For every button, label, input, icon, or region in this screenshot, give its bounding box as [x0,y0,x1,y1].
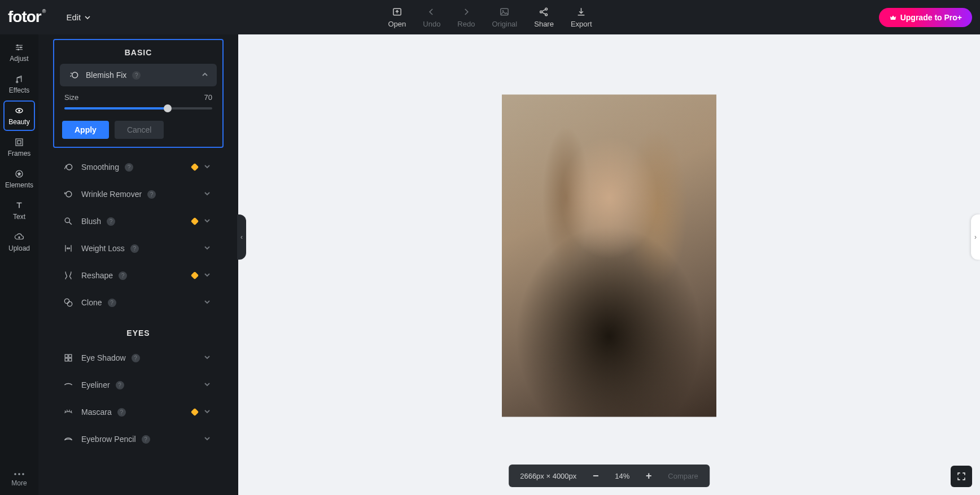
apply-button[interactable]: Apply [62,121,109,139]
tool-mascara[interactable]: Mascara ? [53,398,224,426]
tool-eye-shadow[interactable]: Eye Shadow ? [53,344,224,371]
chevron-down-icon [203,380,211,390]
svg-point-5 [545,14,548,16]
original-icon [499,6,510,17]
svg-rect-28 [65,358,68,361]
logo: fotor® [8,8,46,26]
chevron-down-icon [203,163,211,172]
tool-blush[interactable]: Blush ? [53,208,224,235]
blemish-icon [68,69,80,81]
svg-point-17 [22,473,24,475]
size-label: Size [64,93,78,102]
svg-point-20 [70,76,71,77]
clone-icon [61,297,76,308]
reshape-icon [61,270,76,281]
export-icon [576,6,587,17]
svg-point-18 [72,72,78,78]
weight-loss-icon [61,243,76,254]
undo-icon [426,6,438,17]
help-icon[interactable]: ? [108,299,116,307]
wrinkle-icon [61,189,76,200]
nav-frames[interactable]: Frames [3,132,35,163]
export-button[interactable]: Export [571,6,592,28]
tool-eyebrow-pencil[interactable]: Eyebrow Pencil ? [53,426,224,453]
chevron-down-icon [84,14,91,21]
fullscreen-icon [956,471,966,481]
chevron-up-icon [201,71,209,80]
size-slider-thumb[interactable] [164,104,172,112]
help-icon[interactable]: ? [132,71,141,80]
header-actions: Open Undo Redo Original Share Export [388,6,592,28]
svg-point-25 [67,301,72,306]
help-icon[interactable]: ? [116,381,124,389]
blemish-label: Blemish Fix [86,71,126,80]
edit-menu[interactable]: Edit [66,12,91,22]
tool-reshape[interactable]: Reshape ? [53,262,224,289]
chevron-down-icon [203,271,211,281]
bottom-bar: 2666px × 4000px − 14% + Compare [509,465,710,487]
upgrade-button[interactable]: Upgrade to Pro+ [879,8,972,27]
premium-icon [191,271,199,279]
cancel-button[interactable]: Cancel [115,121,164,139]
frames-icon [14,137,24,147]
section-eyes-title: EYES [38,316,238,344]
nav-upload[interactable]: Upload [3,227,35,257]
chevron-down-icon [203,217,211,226]
chevron-down-icon [203,190,211,199]
size-slider-group: Size 70 [54,86,222,113]
tool-blemish-fix[interactable]: Blemish Fix ? [60,64,217,86]
mascara-icon [61,406,76,418]
eyeliner-icon [61,379,76,391]
chevron-down-icon [203,298,211,308]
help-icon[interactable]: ? [147,190,156,199]
help-icon[interactable]: ? [117,408,126,417]
svg-rect-29 [69,358,72,361]
tool-smoothing[interactable]: Smoothing ? [53,154,224,181]
help-icon[interactable]: ? [132,354,140,362]
svg-rect-13 [18,141,21,144]
chevron-down-icon [203,408,211,417]
zoom-in-button[interactable]: + [641,468,657,484]
open-icon [391,6,403,17]
help-icon[interactable]: ? [142,435,150,444]
nav-effects[interactable]: Effects [3,69,35,99]
right-expand-handle[interactable]: › [971,214,980,260]
size-slider[interactable] [64,107,212,109]
more-icon [12,471,26,477]
nav-text[interactable]: Text [3,195,35,226]
zoom-out-button[interactable]: − [588,468,603,484]
compare-button[interactable]: Compare [668,472,698,480]
original-button[interactable]: Original [492,6,517,28]
tool-weight-loss[interactable]: Weight Loss ? [53,235,224,262]
fullscreen-button[interactable] [951,466,972,487]
chevron-down-icon [203,353,211,363]
beauty-panel: BASIC Blemish Fix ? Size 70 Apply Cancel [38,34,238,495]
nav-more[interactable]: More [0,471,38,487]
share-icon [539,6,550,17]
tool-wrinkle-remover[interactable]: Wrinkle Remover ? [53,181,224,208]
chevron-down-icon [203,244,211,253]
help-icon[interactable]: ? [107,217,115,226]
svg-rect-27 [69,354,72,357]
open-button[interactable]: Open [388,6,406,28]
nav-beauty[interactable]: Beauty [3,100,35,131]
nav-elements[interactable]: Elements [3,164,35,194]
tool-clone[interactable]: Clone ? [53,289,224,316]
undo-button[interactable]: Undo [423,6,440,28]
help-icon[interactable]: ? [130,244,139,253]
canvas-area[interactable]: 2666px × 4000px − 14% + Compare [238,34,980,495]
nav-adjust[interactable]: Adjust [3,37,35,68]
share-button[interactable]: Share [534,6,554,28]
panel-collapse-handle[interactable]: ‹ [237,214,246,260]
elements-icon [14,169,24,179]
svg-point-11 [18,109,20,112]
help-icon[interactable]: ? [119,271,127,280]
redo-button[interactable]: Redo [457,6,475,28]
canvas-image[interactable] [502,94,716,417]
svg-point-22 [66,191,72,197]
zoom-value: 14% [615,472,629,480]
svg-point-4 [545,8,548,10]
help-icon[interactable]: ? [125,163,133,172]
adjust-icon [14,42,24,52]
tool-eyeliner[interactable]: Eyeliner ? [53,371,224,398]
